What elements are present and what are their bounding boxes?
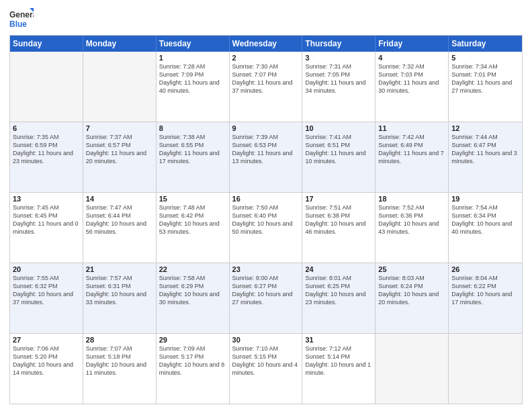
day-info: Sunrise: 7:41 AM Sunset: 6:51 PM Dayligh…	[305, 133, 372, 166]
day-info: Sunrise: 7:55 AM Sunset: 6:32 PM Dayligh…	[13, 274, 80, 307]
day-number: 4	[378, 54, 445, 62]
day-cell-29: 29Sunrise: 7:09 AM Sunset: 5:17 PM Dayli…	[157, 334, 230, 404]
day-number: 28	[86, 336, 153, 344]
day-cell-14: 14Sunrise: 7:47 AM Sunset: 6:44 PM Dayli…	[83, 193, 157, 263]
day-cell-2: 2Sunrise: 7:30 AM Sunset: 7:07 PM Daylig…	[230, 52, 303, 122]
day-info: Sunrise: 7:12 AM Sunset: 5:14 PM Dayligh…	[305, 345, 372, 377]
day-info: Sunrise: 8:01 AM Sunset: 6:25 PM Dayligh…	[305, 274, 372, 307]
day-cell-21: 21Sunrise: 7:57 AM Sunset: 6:31 PM Dayli…	[83, 263, 157, 333]
day-info: Sunrise: 8:03 AM Sunset: 6:24 PM Dayligh…	[378, 274, 445, 307]
day-cell-16: 16Sunrise: 7:50 AM Sunset: 6:40 PM Dayli…	[230, 193, 303, 263]
day-cell-11: 11Sunrise: 7:42 AM Sunset: 6:49 PM Dayli…	[375, 122, 449, 192]
day-number: 29	[159, 336, 226, 344]
day-info: Sunrise: 7:58 AM Sunset: 6:29 PM Dayligh…	[159, 274, 226, 307]
calendar-row-4: 20Sunrise: 7:55 AM Sunset: 6:32 PM Dayli…	[10, 263, 522, 333]
day-number: 18	[378, 195, 445, 203]
day-cell-31: 31Sunrise: 7:12 AM Sunset: 5:14 PM Dayli…	[302, 334, 375, 404]
day-info: Sunrise: 7:44 AM Sunset: 6:47 PM Dayligh…	[451, 133, 519, 166]
day-cell-25: 25Sunrise: 8:03 AM Sunset: 6:24 PM Dayli…	[375, 263, 449, 333]
day-cell-9: 9Sunrise: 7:39 AM Sunset: 6:53 PM Daylig…	[230, 122, 303, 192]
header: General Blue	[9, 7, 523, 31]
day-info: Sunrise: 7:50 AM Sunset: 6:40 PM Dayligh…	[232, 203, 300, 236]
calendar-header-row: SundayMondayTuesdayWednesdayThursdayFrid…	[10, 36, 522, 52]
day-number: 11	[378, 124, 445, 132]
day-number: 5	[451, 54, 519, 62]
day-info: Sunrise: 8:00 AM Sunset: 6:27 PM Dayligh…	[232, 274, 300, 307]
day-info: Sunrise: 7:51 AM Sunset: 6:38 PM Dayligh…	[305, 203, 372, 236]
day-number: 21	[86, 265, 153, 273]
day-number: 16	[232, 195, 300, 203]
day-cell-22: 22Sunrise: 7:58 AM Sunset: 6:29 PM Dayli…	[157, 263, 230, 333]
day-cell-19: 19Sunrise: 7:54 AM Sunset: 6:34 PM Dayli…	[449, 193, 522, 263]
day-number: 1	[159, 54, 226, 62]
day-cell-1: 1Sunrise: 7:28 AM Sunset: 7:09 PM Daylig…	[157, 52, 230, 122]
day-info: Sunrise: 7:30 AM Sunset: 7:07 PM Dayligh…	[232, 62, 300, 95]
calendar-body: 1Sunrise: 7:28 AM Sunset: 7:09 PM Daylig…	[10, 52, 522, 404]
day-cell-27: 27Sunrise: 7:06 AM Sunset: 5:20 PM Dayli…	[10, 334, 83, 404]
day-info: Sunrise: 7:28 AM Sunset: 7:09 PM Dayligh…	[159, 62, 226, 95]
day-info: Sunrise: 7:38 AM Sunset: 6:55 PM Dayligh…	[159, 133, 226, 166]
day-number: 13	[13, 195, 80, 203]
col-header-friday: Friday	[375, 36, 449, 52]
day-number: 31	[305, 336, 372, 344]
day-cell-28: 28Sunrise: 7:07 AM Sunset: 5:18 PM Dayli…	[83, 334, 157, 404]
day-number: 20	[13, 265, 80, 273]
day-cell-15: 15Sunrise: 7:48 AM Sunset: 6:42 PM Dayli…	[157, 193, 230, 263]
day-info: Sunrise: 7:57 AM Sunset: 6:31 PM Dayligh…	[86, 274, 153, 307]
day-info: Sunrise: 7:45 AM Sunset: 6:45 PM Dayligh…	[13, 203, 80, 236]
calendar-row-3: 13Sunrise: 7:45 AM Sunset: 6:45 PM Dayli…	[10, 192, 522, 263]
day-info: Sunrise: 7:35 AM Sunset: 6:59 PM Dayligh…	[13, 133, 80, 166]
day-cell-30: 30Sunrise: 7:10 AM Sunset: 5:15 PM Dayli…	[230, 334, 303, 404]
day-cell-12: 12Sunrise: 7:44 AM Sunset: 6:47 PM Dayli…	[449, 122, 522, 192]
col-header-thursday: Thursday	[302, 36, 375, 52]
day-info: Sunrise: 7:32 AM Sunset: 7:03 PM Dayligh…	[378, 62, 445, 95]
day-cell-8: 8Sunrise: 7:38 AM Sunset: 6:55 PM Daylig…	[157, 122, 230, 192]
empty-cell	[375, 334, 449, 404]
day-info: Sunrise: 7:54 AM Sunset: 6:34 PM Dayligh…	[451, 203, 519, 236]
col-header-sunday: Sunday	[10, 36, 83, 52]
calendar-row-1: 1Sunrise: 7:28 AM Sunset: 7:09 PM Daylig…	[10, 52, 522, 122]
day-number: 22	[159, 265, 226, 273]
day-cell-10: 10Sunrise: 7:41 AM Sunset: 6:51 PM Dayli…	[302, 122, 375, 192]
day-info: Sunrise: 7:37 AM Sunset: 6:57 PM Dayligh…	[86, 133, 153, 166]
logo: General Blue	[9, 7, 34, 31]
day-cell-18: 18Sunrise: 7:52 AM Sunset: 6:36 PM Dayli…	[375, 193, 449, 263]
day-number: 3	[305, 54, 372, 62]
page: General Blue SundayMondayTuesdayWednesda…	[0, 0, 532, 411]
day-number: 10	[305, 124, 372, 132]
day-number: 12	[451, 124, 519, 132]
day-number: 30	[232, 336, 300, 344]
calendar-row-5: 27Sunrise: 7:06 AM Sunset: 5:20 PM Dayli…	[10, 333, 522, 404]
day-cell-20: 20Sunrise: 7:55 AM Sunset: 6:32 PM Dayli…	[10, 263, 83, 333]
day-cell-23: 23Sunrise: 8:00 AM Sunset: 6:27 PM Dayli…	[230, 263, 303, 333]
day-number: 8	[159, 124, 226, 132]
day-number: 9	[232, 124, 300, 132]
svg-text:General: General	[9, 10, 34, 19]
calendar-row-2: 6Sunrise: 7:35 AM Sunset: 6:59 PM Daylig…	[10, 122, 522, 192]
day-number: 24	[305, 265, 372, 273]
empty-cell	[10, 52, 83, 122]
day-number: 15	[159, 195, 226, 203]
day-cell-3: 3Sunrise: 7:31 AM Sunset: 7:05 PM Daylig…	[302, 52, 375, 122]
day-number: 17	[305, 195, 372, 203]
day-cell-13: 13Sunrise: 7:45 AM Sunset: 6:45 PM Dayli…	[10, 193, 83, 263]
day-cell-17: 17Sunrise: 7:51 AM Sunset: 6:38 PM Dayli…	[302, 193, 375, 263]
day-cell-24: 24Sunrise: 8:01 AM Sunset: 6:25 PM Dayli…	[302, 263, 375, 333]
day-cell-4: 4Sunrise: 7:32 AM Sunset: 7:03 PM Daylig…	[375, 52, 449, 122]
day-number: 19	[451, 195, 519, 203]
day-info: Sunrise: 7:47 AM Sunset: 6:44 PM Dayligh…	[86, 203, 153, 236]
day-info: Sunrise: 7:34 AM Sunset: 7:01 PM Dayligh…	[451, 62, 519, 95]
day-cell-5: 5Sunrise: 7:34 AM Sunset: 7:01 PM Daylig…	[449, 52, 522, 122]
day-info: Sunrise: 7:42 AM Sunset: 6:49 PM Dayligh…	[378, 133, 445, 166]
day-number: 26	[451, 265, 519, 273]
calendar: SundayMondayTuesdayWednesdayThursdayFrid…	[9, 35, 523, 404]
day-number: 2	[232, 54, 300, 62]
day-number: 25	[378, 265, 445, 273]
day-number: 7	[86, 124, 153, 132]
day-cell-26: 26Sunrise: 8:04 AM Sunset: 6:22 PM Dayli…	[449, 263, 522, 333]
svg-text:Blue: Blue	[9, 19, 27, 29]
col-header-saturday: Saturday	[449, 36, 522, 52]
empty-cell	[83, 52, 157, 122]
col-header-wednesday: Wednesday	[230, 36, 303, 52]
day-number: 27	[13, 336, 80, 344]
